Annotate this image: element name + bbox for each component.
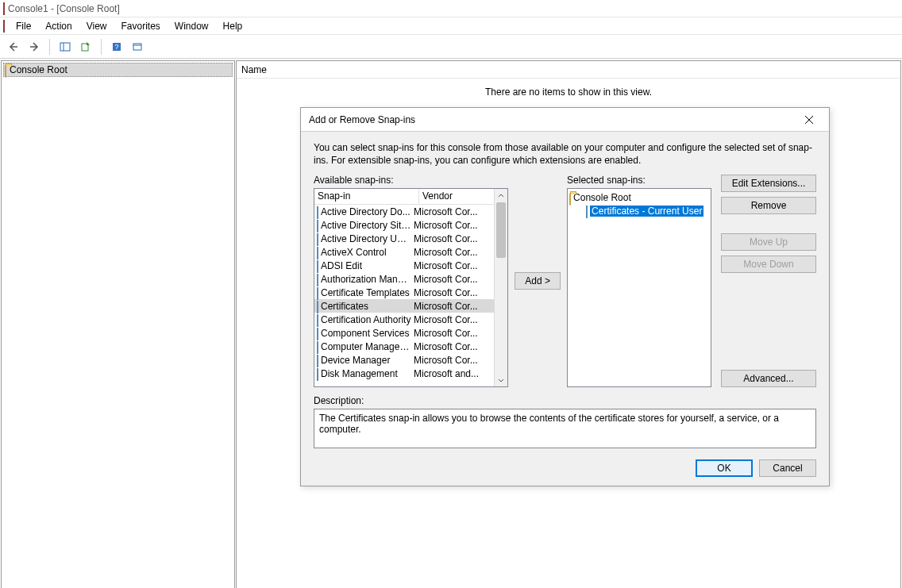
dialog-close-button[interactable] (797, 112, 821, 128)
description-text: The Certificates snap-in allows you to b… (314, 409, 816, 448)
snapin-icon (317, 328, 318, 339)
snapin-row[interactable]: Active Directory Use...Microsoft Cor... (314, 232, 494, 245)
snapin-row[interactable]: CertificatesMicrosoft Cor... (314, 299, 494, 313)
selected-child-label: Certificates - Current User (590, 206, 703, 217)
selected-root-node[interactable]: Console Root (569, 190, 709, 204)
column-name[interactable]: Name (237, 64, 395, 75)
snapin-name: ActiveX Control (321, 247, 411, 258)
available-snapins-list[interactable]: Snap-in Vendor Active Directory Do...Mic… (314, 188, 508, 387)
dialog-title: Add or Remove Snap-ins (309, 114, 415, 125)
snapin-name: ADSI Edit (321, 260, 411, 271)
dialog-intro-text: You can select snap-ins for this console… (314, 141, 816, 167)
menubar: File Action View Favorites Window Help (0, 17, 902, 35)
snapin-icon (317, 233, 318, 244)
tree-pane[interactable]: Console Root (1, 60, 235, 588)
snapin-row[interactable]: Active Directory Do...Microsoft Cor... (314, 205, 494, 218)
add-button[interactable]: Add > (515, 272, 561, 290)
svg-rect-5 (133, 44, 141, 50)
window-icon (132, 41, 143, 52)
snapin-vendor: Microsoft Cor... (414, 287, 491, 298)
scrollbar[interactable] (494, 189, 507, 386)
snapin-icon (317, 341, 318, 352)
cancel-button[interactable]: Cancel (759, 459, 816, 477)
back-button[interactable] (5, 38, 22, 56)
snapin-icon (317, 260, 318, 271)
selected-snapins-tree[interactable]: Console Root Certificates - Current User (567, 188, 711, 387)
snapin-vendor: Microsoft Cor... (414, 206, 491, 217)
dialog-titlebar: Add or Remove Snap-ins (301, 108, 829, 132)
snapin-name: Active Directory Do... (321, 206, 411, 217)
snapin-vendor: Microsoft Cor... (414, 341, 491, 352)
scroll-up-button[interactable] (495, 189, 507, 202)
snapin-vendor: Microsoft Cor... (414, 220, 491, 231)
toolbar-separator (101, 39, 102, 55)
new-window-button[interactable] (129, 38, 146, 56)
folder-icon (569, 192, 571, 203)
move-down-button[interactable]: Move Down (721, 256, 816, 273)
advanced-button[interactable]: Advanced... (721, 370, 816, 387)
window-title: Console1 - [Console Root] (8, 3, 120, 14)
menu-file[interactable]: File (10, 19, 37, 33)
empty-message: There are no items to show in this view. (237, 79, 900, 106)
mmc-small-icon (3, 21, 5, 32)
forward-button[interactable] (25, 38, 43, 56)
tree-root-label: Console Root (10, 64, 67, 75)
menu-view[interactable]: View (80, 19, 114, 33)
snapin-row[interactable]: Component ServicesMicrosoft Cor... (314, 326, 494, 340)
selected-child-node[interactable]: Certificates - Current User (569, 204, 709, 217)
show-hide-tree-button[interactable] (56, 38, 74, 56)
add-remove-snapins-dialog: Add or Remove Snap-ins You can select sn… (300, 107, 830, 486)
snapin-vendor: Microsoft Cor... (414, 274, 491, 285)
snapin-name: Computer Managem... (321, 341, 411, 352)
snapin-row[interactable]: Device ManagerMicrosoft Cor... (314, 353, 494, 367)
chevron-up-icon (498, 193, 504, 199)
move-up-button[interactable]: Move Up (721, 233, 816, 251)
snapin-row[interactable]: ActiveX ControlMicrosoft Cor... (314, 245, 494, 259)
remove-button[interactable]: Remove (721, 197, 816, 214)
snapin-name: Certificate Templates (321, 287, 411, 298)
snapin-vendor: Microsoft Cor... (414, 301, 491, 312)
edit-extensions-button[interactable]: Edit Extensions... (721, 175, 816, 192)
titlebar: Console1 - [Console Root] (0, 0, 902, 17)
snapin-name: Certificates (321, 301, 411, 312)
scroll-down-button[interactable] (495, 373, 507, 386)
folder-icon (5, 64, 6, 75)
snapin-icon (317, 220, 318, 231)
menu-window[interactable]: Window (168, 19, 215, 33)
snapin-row[interactable]: Certificate TemplatesMicrosoft Cor... (314, 286, 494, 299)
arrow-right-icon (29, 41, 40, 52)
arrow-left-icon (8, 41, 19, 52)
snapin-row[interactable]: Disk ManagementMicrosoft and... (314, 367, 494, 380)
snapin-name: Active Directory Site... (321, 220, 411, 231)
snapin-icon (317, 355, 318, 366)
mmc-icon (3, 3, 5, 14)
selected-label: Selected snap-ins: (567, 175, 711, 186)
snapin-name: Active Directory Use... (321, 233, 411, 244)
svg-rect-0 (60, 43, 70, 51)
snapin-icon (317, 206, 318, 217)
help-button[interactable]: ? (108, 38, 125, 56)
list-header: Name (237, 61, 900, 79)
snapin-vendor: Microsoft Cor... (414, 247, 491, 258)
help-icon: ? (111, 41, 122, 52)
scroll-thumb[interactable] (496, 202, 506, 258)
snapin-row[interactable]: Computer Managem...Microsoft Cor... (314, 340, 494, 353)
menu-favorites[interactable]: Favorites (115, 19, 167, 33)
export-button[interactable] (77, 38, 94, 56)
snapin-icon (317, 247, 318, 258)
snapin-row[interactable]: Active Directory Site...Microsoft Cor... (314, 218, 494, 232)
snapin-row[interactable]: ADSI EditMicrosoft Cor... (314, 259, 494, 272)
snapin-row[interactable]: Certification AuthorityMicrosoft Cor... (314, 313, 494, 326)
column-snapin[interactable]: Snap-in (314, 189, 419, 204)
ok-button[interactable]: OK (696, 459, 753, 477)
snapin-vendor: Microsoft Cor... (414, 328, 491, 339)
menu-action[interactable]: Action (39, 19, 78, 33)
tree-root-node[interactable]: Console Root (3, 63, 233, 77)
available-label: Available snap-ins: (314, 175, 508, 186)
export-icon (80, 41, 91, 52)
snapin-row[interactable]: Authorization ManagerMicrosoft Cor... (314, 272, 494, 286)
snapin-name: Device Manager (321, 355, 411, 366)
snapin-vendor: Microsoft and... (414, 368, 491, 379)
snapin-vendor: Microsoft Cor... (414, 314, 491, 325)
menu-help[interactable]: Help (217, 19, 249, 33)
